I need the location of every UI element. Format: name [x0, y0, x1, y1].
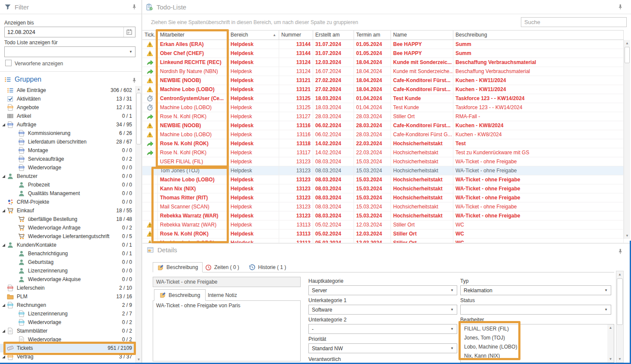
details-pin-icon[interactable] [617, 248, 623, 254]
ticket-title-field[interactable]: WA-Ticket - ohne Freigabe [153, 277, 301, 287]
group-tree-item-stammblätter[interactable]: Stammblätter0 / 2 [0, 327, 135, 335]
tree-expander-icon[interactable] [1, 329, 6, 333]
group-tree-item-lizenzerinnerung[interactable]: Lizenzerinnerung2 / 7 [0, 309, 135, 318]
tree-expander-icon[interactable] [1, 122, 6, 127]
filter-pin-icon[interactable] [131, 4, 137, 10]
column-header-beschreibung[interactable]: Beschreibung [453, 31, 624, 40]
todo-row[interactable]: Rebekka Warratz (WAR)Helpdesk1311305.02.… [142, 220, 624, 229]
unterkategorie2-dropdown[interactable]: - ▼ [308, 324, 457, 334]
table-scrollbar[interactable]: ▲ ▼ [624, 40, 630, 239]
column-header-mitarbeiter[interactable]: Mitarbeiter [158, 31, 228, 40]
details-scroll-up[interactable]: ▲ [616, 271, 623, 278]
bearbeiter-scroll-down[interactable]: ▼ [607, 356, 614, 362]
subtab-interne-notiz[interactable]: Interne Notiz [203, 289, 242, 301]
subtab-beschreibung[interactable]: Beschreibung [154, 289, 206, 301]
group-tree-item-crm-projekte[interactable]: CRM-Projekte0 / 0 [0, 198, 135, 206]
unterkategorie1-dropdown[interactable]: Software ▼ [308, 305, 457, 315]
todo-row[interactable]: Machine Lobo (LOBO)Helpdesk1311305.02.20… [142, 239, 624, 243]
bearbeiter-scrollbar[interactable]: ▲ ▼ [607, 324, 614, 362]
bearbeiter-scroll-up[interactable]: ▲ [607, 324, 614, 331]
group-tree-item-wiedervorlage[interactable]: Wiedervorlage0 / 2 [0, 318, 135, 327]
todo-row[interactable]: Machine Lobo (LOBO)Helpdesk1312127.02.20… [142, 85, 624, 94]
group-tree-item-kunden-kontakte[interactable]: Kunden/Kontakte0 / 1 [0, 241, 135, 249]
todo-row[interactable]: Erkan Alles (ERA)Helpdesk1314431.07.2024… [142, 40, 624, 49]
details-scroll-down[interactable]: ▼ [616, 356, 623, 362]
column-header-tick[interactable]: Tick... [142, 31, 158, 40]
search-input[interactable] [521, 17, 627, 27]
group-tree-item-wiedervorlage[interactable]: Wiedervorlage0 / 2 [0, 335, 135, 344]
verworfene-checkbox[interactable] [5, 60, 12, 66]
tree-expander-icon[interactable] [1, 303, 6, 307]
anzeigen-bis-date-input[interactable]: 12.08.2024 [4, 27, 135, 37]
tree-scrollbar[interactable]: ▲ ▼ [135, 86, 142, 363]
group-tree-item-lizenzerinnerung[interactable]: Lizenzerinnerung0 / 0 [0, 266, 135, 275]
details-scrollbar[interactable]: ▲ ▼ [616, 271, 624, 363]
tree-scroll-up[interactable]: ▲ [136, 86, 142, 92]
table-scroll-up[interactable]: ▲ [624, 40, 630, 46]
tab-zeiten[interactable]: Zeiten ( 0 ) [201, 262, 243, 272]
table-scroll-down[interactable]: ▼ [624, 232, 630, 239]
bearbeiter-list-item[interactable]: Nix, Kann (NIX) [461, 352, 614, 361]
group-tree-item-benachrichtigung[interactable]: Benachrichtigung0 / 1 [0, 249, 135, 258]
group-tree-item-rechnungen[interactable]: Rechnungen2 / 9 [0, 301, 135, 309]
group-tree-item-angebote[interactable]: Angebote12 / 31 [0, 103, 135, 112]
column-header-bereich[interactable]: Bereich▲ [228, 31, 279, 40]
group-tree-item-überfällige-bestellung[interactable]: überfällige Bestellung18 / 48 [0, 215, 135, 223]
group-tree-item-wiedervorlage[interactable]: Wiedervorlage0 / 0 [0, 163, 135, 172]
bearbeiter-list-item[interactable]: Jones, Tom (TOJ) [461, 333, 614, 343]
todo-row[interactable]: NEWBIE (NOOB)Helpdesk1312127.02.202418.0… [142, 76, 624, 85]
column-header-nummer[interactable]: Nummer [279, 31, 313, 40]
group-tree-item-lieferschein[interactable]: Lieferschein2 / 10 [0, 284, 135, 292]
group-tree-item-kommissionierung[interactable]: Kommissionierung6 / 26 [0, 129, 135, 138]
tree-scroll-down[interactable]: ▼ [136, 356, 142, 363]
group-tree-item-aufträge[interactable]: Aufträge34 / 95 [0, 120, 135, 129]
todo-row[interactable]: Ober Chef (CHEF)Helpdesk1314431.07.20240… [142, 49, 624, 58]
todo-row[interactable]: Nordish By Nature (NBN)Helpdesk1312416.0… [142, 67, 624, 76]
bearbeiter-list-item[interactable]: FILIAL, USER (FIL) [461, 324, 614, 333]
todo-row[interactable]: Kann Nix (NIX)Helpdesk1312308.03.202415.… [142, 184, 624, 193]
prioritaet-dropdown[interactable]: Standard NW ▼ [308, 343, 457, 353]
group-tree-item-wiedervorlage-anfrage[interactable]: Wiedervorlage Anfrage0 / 2 [0, 223, 135, 232]
typ-dropdown[interactable]: Reklamation ▼ [460, 285, 611, 295]
group-tree-item-qualitäts-management[interactable]: Qualitäts Management0 / 0 [0, 189, 135, 198]
groups-pin-icon[interactable] [131, 77, 137, 83]
todo-row[interactable]: Machine Lobo (LOBO)Helpdesk1312518.03.20… [142, 103, 624, 112]
tree-scroll-thumb[interactable] [136, 93, 141, 144]
column-header-erstellt[interactable]: Erstellt am [313, 31, 354, 40]
todo-row[interactable]: Tom Jones (TOJ)Helpdesk1312308.03.202415… [142, 166, 624, 175]
group-tree-item-montage[interactable]: Montage0 / 0 [0, 146, 135, 155]
group-tree-item-einkauf[interactable]: Einkauf18 / 55 [0, 206, 135, 215]
bearbeiter-list-item[interactable]: Lobo, Machine (LOBO) [461, 343, 614, 352]
column-header-name[interactable]: Name [391, 31, 453, 40]
description-textarea[interactable]: WA-Ticket - ohne Freigabe von Paris [153, 300, 301, 361]
tab-beschreibung[interactable]: Beschreibung [153, 262, 203, 272]
todo-row[interactable]: Mail Scanner (SCAN)Helpdesk1312308.03.20… [142, 202, 624, 211]
group-tree-item-geburtstag[interactable]: Geburtstag0 / 0 [0, 258, 135, 266]
todo-row[interactable]: NEWBIE (NOOB)Helpdesk1311606.02.202428.0… [142, 121, 624, 130]
group-tree-item-aktivitäten[interactable]: Aktivitäten13 / 31 [0, 95, 135, 103]
group-tree-item-serviceaufträge[interactable]: Serviceaufträge0 / 2 [0, 155, 135, 163]
hauptkategorie-dropdown[interactable]: Server ▼ [308, 285, 457, 295]
todo-row[interactable]: Rebekka Warratz (WAR)Helpdesk1312308.03.… [142, 211, 624, 220]
tree-expander-icon[interactable] [1, 208, 6, 213]
todo-row[interactable]: Rose N. Kohl (ROK)Helpdesk1311305.02.202… [142, 229, 624, 239]
todo-row[interactable]: Linkeund RECHTE (REC)Helpdesk1312412.03.… [142, 58, 624, 67]
todo-row[interactable]: Rose N. Kohl (ROK)Helpdesk1311814.02.202… [142, 139, 624, 148]
group-tree-item-tickets[interactable]: Tickets951 / 2109 [0, 344, 135, 352]
group-tree-item-artikel[interactable]: Artikel0 / 1 [0, 112, 135, 120]
tree-expander-icon[interactable] [1, 243, 6, 247]
group-tree-item-alle-einträge[interactable]: Alle Einträge306 / 602 [0, 86, 135, 95]
calendar-button[interactable] [123, 27, 132, 37]
todo-row[interactable]: USER FILIAL (FIL)Helpdesk1312308.03.2024… [142, 157, 624, 166]
todo-pin-icon[interactable] [617, 4, 623, 10]
table-scroll-thumb[interactable] [625, 47, 630, 63]
group-tree-item-benutzer[interactable]: Benutzer0 / 0 [0, 172, 135, 180]
group-tree-item-probezeit[interactable]: Probezeit0 / 0 [0, 180, 135, 189]
todo-fuer-dropdown[interactable]: ▼ [4, 46, 135, 57]
todo-row[interactable]: Machine Lobo (LOBO)Helpdesk1311606.02.20… [142, 130, 624, 139]
group-tree-item-plm[interactable]: PLM13 / 16 [0, 292, 135, 301]
column-header-termin[interactable]: Termin am [354, 31, 391, 40]
group-tree-item-wiedervorlage-akquise[interactable]: Wiedervorlage Akquise0 / 0 [0, 275, 135, 284]
tree-expander-icon[interactable] [1, 355, 6, 359]
todo-row[interactable]: Rose N. Kohl (ROK)Helpdesk1311714.02.202… [142, 148, 624, 157]
